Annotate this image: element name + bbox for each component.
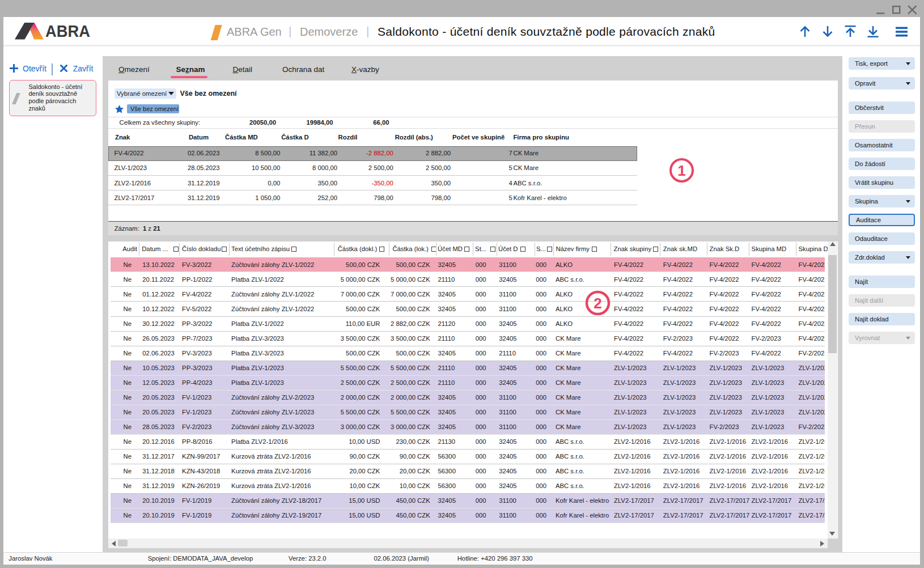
svg-text:2: 2 (594, 294, 601, 311)
svg-text:1: 1 (677, 162, 685, 179)
